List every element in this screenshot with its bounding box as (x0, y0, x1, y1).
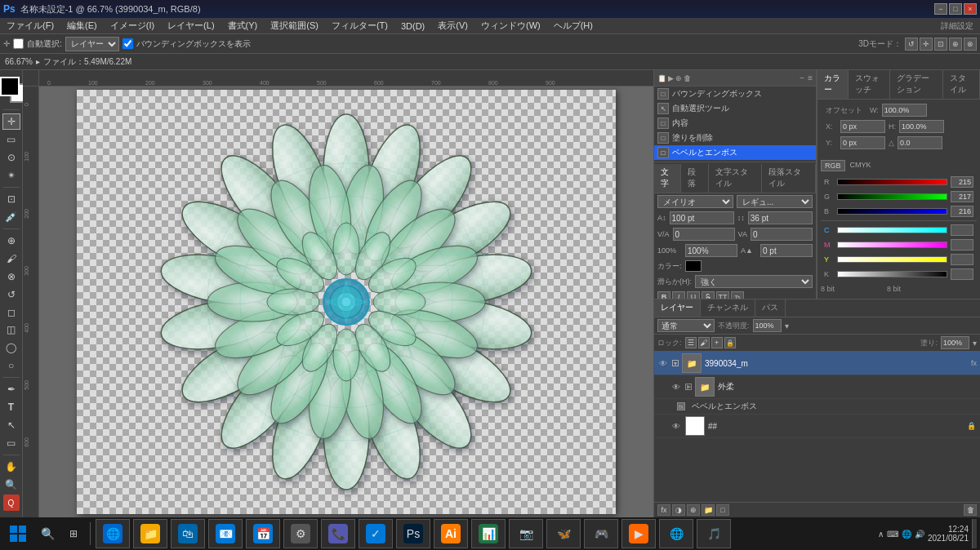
history-item-0[interactable]: □ バウンディングボックス (654, 86, 816, 101)
tab-paths[interactable]: パス (755, 299, 786, 317)
dodge-tool[interactable]: ○ (2, 357, 20, 374)
search-button[interactable]: 🔍 (36, 519, 59, 548)
tab-paragraph[interactable]: 段落 (681, 164, 708, 193)
taskbar-mail[interactable]: 📧 (208, 519, 243, 548)
taskbar-todo[interactable]: ✓ (359, 519, 393, 548)
opacity-input[interactable] (753, 319, 782, 332)
auto-select-checkbox[interactable] (13, 38, 24, 49)
taskbar-ps[interactable]: Ps (396, 519, 430, 548)
menu-file[interactable]: ファイル(F) (0, 18, 60, 33)
quick-mask-btn[interactable]: Q (3, 495, 20, 511)
crop-tool[interactable]: ⊡ (2, 191, 20, 207)
kern-input[interactable] (751, 228, 813, 241)
g-slider[interactable] (837, 193, 947, 200)
b-value[interactable] (951, 206, 973, 217)
leading-input[interactable] (748, 211, 813, 224)
mask-btn[interactable]: ◑ (672, 504, 685, 516)
taskbar-excel[interactable]: 📊 (471, 519, 506, 548)
h-input[interactable] (899, 120, 944, 133)
tab-channels[interactable]: チャンネル (701, 299, 755, 317)
group-btn[interactable]: 📁 (702, 504, 715, 516)
close-button[interactable]: × (964, 3, 977, 15)
adj-btn[interactable]: ⊕ (687, 504, 700, 516)
taskbar-teams[interactable]: 📞 (321, 519, 355, 548)
history-item-1[interactable]: ↖ 自動選択ツール (654, 101, 816, 116)
eyedropper-tool[interactable]: 💉 (2, 209, 20, 225)
gradient-tool[interactable]: ◫ (2, 322, 20, 338)
move-tool[interactable]: ✛ (2, 113, 20, 130)
angle-input[interactable] (898, 136, 942, 149)
auto-select-dropdown[interactable]: レイヤー (65, 37, 119, 51)
3d-move-btn[interactable]: ✛ (920, 38, 933, 51)
start-button[interactable] (3, 519, 33, 548)
tab-para-style[interactable]: 段落スタイル (762, 164, 816, 193)
history-brush-tool[interactable]: ↺ (2, 286, 20, 303)
taskbar-browser2[interactable]: 🌐 (659, 519, 693, 548)
layer-visibility-2[interactable]: 👁 (670, 420, 682, 432)
panel-minimize[interactable]: − (800, 73, 804, 82)
transform-controls-checkbox[interactable] (122, 38, 133, 49)
path-select-tool[interactable]: ↖ (2, 417, 20, 433)
3d-rotate-btn[interactable]: ↺ (905, 38, 918, 51)
b-slider[interactable] (837, 208, 947, 215)
taskbar-vlc[interactable]: ▶ (621, 519, 656, 548)
menu-filter[interactable]: フィルター(T) (325, 18, 394, 33)
zoom-tool[interactable]: 🔍 (2, 477, 20, 493)
menu-window[interactable]: ウィンドウ(W) (474, 18, 547, 33)
lasso-tool[interactable]: ⊙ (2, 149, 20, 166)
history-item-3[interactable]: □ 塗りを削除 (654, 131, 816, 145)
rgb-tab[interactable]: RGB (821, 160, 845, 171)
taskbar-edge[interactable]: 🌐 (96, 519, 130, 548)
m-slider[interactable] (837, 242, 947, 248)
vscale-input[interactable] (685, 244, 737, 257)
baseline-input[interactable] (760, 244, 813, 257)
k-slider[interactable] (837, 271, 947, 277)
foreground-color[interactable] (0, 77, 20, 96)
menu-format[interactable]: 書式(Y) (221, 18, 265, 33)
taskbar-calendar[interactable]: 📅 (246, 519, 280, 548)
3d-dolly-btn[interactable]: ⊗ (964, 38, 977, 51)
workspace-button[interactable]: 詳細設定 (934, 19, 980, 33)
layer-visibility-0[interactable]: 👁 (657, 357, 669, 369)
sys-arrow[interactable]: ∧ (878, 530, 884, 539)
minimize-button[interactable]: − (934, 3, 947, 15)
lock-all-btn[interactable]: 🔒 (724, 337, 736, 348)
volume-icon[interactable]: 🔊 (915, 530, 924, 539)
fill-arrow[interactable]: ▾ (973, 339, 977, 348)
c-slider[interactable] (837, 227, 947, 233)
k-value[interactable]: 0% (951, 268, 973, 280)
blend-mode-select[interactable]: 通常 (657, 319, 715, 332)
taskbar-game[interactable]: 🎮 (584, 519, 618, 548)
eraser-tool[interactable]: ◻ (2, 304, 20, 321)
spot-heal-tool[interactable]: ⊕ (2, 233, 20, 249)
layer-item-group[interactable]: 👁 ▼ 📁 3990034_m fx (654, 352, 980, 375)
layer-item-fill[interactable]: 👁 ## 🔒 (654, 415, 980, 438)
taskbar-music[interactable]: 🎵 (697, 519, 731, 548)
r-value[interactable] (951, 176, 973, 188)
bold-btn[interactable]: B (657, 291, 670, 299)
magic-wand-tool[interactable]: ✴ (2, 167, 20, 184)
menu-edit[interactable]: 編集(E) (60, 18, 104, 33)
m-value[interactable]: 13% (951, 239, 973, 251)
text-color-swatch[interactable] (685, 260, 702, 272)
brush-tool[interactable]: 🖌 (2, 251, 20, 267)
lock-transparent-btn[interactable]: ☰ (685, 337, 697, 348)
menu-select[interactable]: 選択範囲(S) (264, 18, 325, 33)
layer-expand-0[interactable]: ▼ (672, 360, 679, 366)
tab-styles[interactable]: スタイル (943, 70, 980, 99)
tracking-input[interactable] (673, 228, 735, 241)
history-item-2[interactable]: □ 内容 (654, 116, 816, 131)
clone-tool[interactable]: ⊗ (2, 268, 20, 285)
allcaps-btn[interactable]: TT (716, 291, 729, 299)
task-view-button[interactable]: ⊞ (62, 519, 85, 548)
history-item-4[interactable]: □ ベベルとエンボス (654, 145, 816, 160)
3d-pan-btn[interactable]: ⊕ (949, 38, 962, 51)
g-value[interactable] (951, 191, 973, 202)
text-tool[interactable]: T (2, 399, 20, 415)
tab-character[interactable]: 文字 (654, 164, 681, 193)
maximize-button[interactable]: □ (949, 3, 962, 15)
lock-move-btn[interactable]: + (711, 337, 723, 348)
offset-w-input[interactable] (882, 104, 927, 117)
select-rect-tool[interactable]: ▭ (2, 131, 20, 148)
taskbar-settings[interactable]: ⚙ (283, 519, 318, 548)
